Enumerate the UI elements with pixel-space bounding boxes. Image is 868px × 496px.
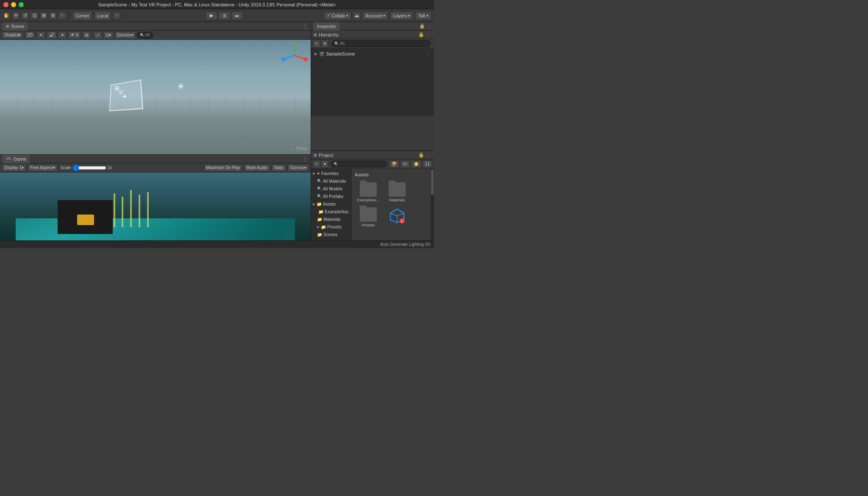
game-viewport[interactable]	[0, 173, 311, 248]
extra-tool[interactable]: ⋯	[113, 12, 120, 20]
light-toggle[interactable]: ☀	[36, 31, 45, 39]
example-assets-folder-icon	[360, 182, 377, 197]
maximize-on-play[interactable]: Maximize On Play	[203, 164, 243, 172]
camera-dropdown[interactable]: ⊡▾	[103, 31, 114, 39]
hierarchy-add-button[interactable]: +	[313, 40, 320, 47]
svg-point-13	[400, 218, 405, 223]
hierarchy-search-bar[interactable]: 🔍 All	[331, 40, 431, 47]
maximize-button[interactable]	[19, 2, 24, 7]
hierarchy-scene-menu[interactable]: ⋮	[426, 51, 431, 57]
inspector-menu-icon[interactable]: ⋮	[427, 23, 431, 29]
hand-tool[interactable]: ✋	[3, 12, 10, 20]
scene-3d-object: ⊞ ◎ ✚	[100, 76, 150, 114]
project-star-icon[interactable]: ⭐	[411, 160, 421, 168]
svg-line-3	[295, 56, 305, 59]
scene-viewport[interactable]: ⊞ ◎ ✚ ✳	[0, 40, 311, 154]
shaded-dropdown[interactable]: Shaded▾	[2, 31, 23, 39]
audio-toggle[interactable]: 🔊	[47, 31, 57, 39]
collab-check-icon: ✓	[327, 13, 331, 18]
display-dropdown[interactable]: Display 1▾	[2, 164, 26, 172]
inspector-content	[311, 115, 434, 150]
assets-group[interactable]: ▶ 📁 Assets	[311, 200, 351, 208]
hierarchy-lock-icon[interactable]: 🔒	[418, 32, 424, 37]
tall-button[interactable]: Tall	[415, 11, 431, 20]
project-panel: ⊞ Project 🔒 ⋮ + ▾ 🔍 📦 🏷 ⭐	[311, 150, 434, 248]
all-materials-item[interactable]: 🔍 All Materials	[311, 177, 351, 185]
play-button[interactable]: ▶	[206, 11, 217, 20]
scale-slider[interactable]	[72, 166, 106, 170]
inspector-tab[interactable]: Inspector	[314, 22, 339, 31]
hierarchy-menu-icon[interactable]: ⋮	[427, 32, 431, 37]
play-controls: ▶ ⏸ ⏭	[206, 11, 243, 20]
project-add-button[interactable]: +	[313, 160, 320, 168]
separator-1	[69, 11, 70, 20]
aspect-dropdown[interactable]: Free Aspect▾	[28, 164, 57, 172]
scene-tab[interactable]: ⊞ Scene	[3, 22, 28, 31]
traffic-lights	[3, 2, 24, 7]
project-search-bar[interactable]: 🔍	[331, 161, 387, 167]
scroll-thumb[interactable]	[431, 170, 434, 195]
scene-panel-menu[interactable]: ⋮	[302, 23, 308, 30]
minimize-button[interactable]	[11, 2, 16, 7]
favorites-group[interactable]: ▶ ★ Favorites	[311, 170, 351, 177]
gizmos-dropdown[interactable]: Gizmos▾	[114, 31, 136, 39]
stats-button[interactable]: Stats	[271, 164, 286, 172]
extra-toggle[interactable]: ⊞	[82, 31, 91, 39]
rect-tool[interactable]: ⊞	[40, 12, 47, 20]
game-tab[interactable]: 🎮 Game	[3, 155, 30, 163]
scale-tool[interactable]: ⊡	[31, 12, 38, 20]
materials-label: Materials	[389, 198, 405, 202]
layers-button[interactable]: Layers	[390, 11, 413, 20]
rotate-tool[interactable]: ↺	[21, 12, 29, 20]
project-scrollbar[interactable]	[431, 169, 434, 248]
game-bar-3	[130, 190, 132, 227]
2d-toggle[interactable]: 2D	[25, 31, 35, 39]
scene-gizmo[interactable]: y x z	[281, 42, 309, 70]
example-assets-item[interactable]: 📁 ExampleAss...	[311, 208, 351, 215]
project-add-dropdown[interactable]: ▾	[321, 160, 328, 168]
cloud-button[interactable]: ☁	[353, 12, 361, 20]
asset-scene-package[interactable]: !	[384, 206, 411, 229]
project-header-icons: 🔒 ⋮	[418, 152, 431, 158]
project-lock-icon[interactable]: 🔒	[418, 152, 424, 158]
pause-button[interactable]: ⏸	[218, 11, 230, 20]
scene-object-icon-2: ◎	[119, 89, 123, 95]
all-prefabs-item[interactable]: 🔍 All Prefabs	[311, 192, 351, 200]
mute-audio[interactable]: Mute Audio	[244, 164, 270, 172]
presets-item[interactable]: ▶ 📁 Presets	[311, 223, 351, 231]
all-models-item[interactable]: 🔍 All Models	[311, 185, 351, 192]
asset-presets[interactable]: Presets	[355, 206, 382, 229]
inspector-panel	[311, 115, 434, 150]
asset-example-assets[interactable]: ExampleAs...	[355, 181, 382, 204]
close-button[interactable]	[3, 2, 8, 7]
hierarchy-add-dropdown[interactable]: ▾	[321, 40, 328, 47]
gizmos-game-dropdown[interactable]: Gizmos▾	[287, 164, 309, 172]
collab-button[interactable]: ✓ Collab	[324, 11, 351, 20]
maximize-scene[interactable]: ⤢	[94, 31, 102, 39]
status-bar: Auto Generate Lighting On	[0, 240, 434, 248]
hierarchy-scene-item[interactable]: ▶ 🎬 SampleScene ⋮	[313, 50, 432, 58]
project-filter-icon[interactable]: 🏷	[401, 160, 410, 168]
move-tool[interactable]: ✛	[12, 12, 19, 20]
center-button[interactable]: Center	[72, 11, 92, 20]
project-menu-icon[interactable]: ⋮	[427, 152, 431, 158]
game-panel-menu[interactable]: ⋮	[302, 156, 308, 162]
fx-toggle[interactable]: ✦	[58, 31, 67, 39]
project-toolbar: + ▾ 🔍 📦 🏷 ⭐ 11	[311, 159, 434, 169]
custom-tool[interactable]: ⋯	[58, 12, 66, 20]
scenes-item[interactable]: 📁 Scenes	[311, 231, 351, 238]
example-assets-label: ExampleAs...	[357, 198, 379, 202]
lock-icon[interactable]: 🔒	[419, 23, 425, 29]
materials-item[interactable]: 📁 Materials	[311, 215, 351, 223]
hidden-toggle[interactable]: 👁 0	[68, 31, 81, 39]
account-button[interactable]: Account	[362, 11, 389, 20]
asset-materials[interactable]: Materials	[384, 181, 411, 204]
hierarchy-panel: ⊞ Hierarchy 🔒 ⋮ + ▾ 🔍 All	[311, 31, 434, 115]
transform-tool[interactable]: ⚙	[49, 12, 57, 20]
game-right-tools: Maximize On Play Mute Audio Stats Gizmos…	[203, 164, 309, 172]
perspective-label: ← Persp	[291, 146, 307, 151]
window-title: SampleScene - My Test VR Project - PC, M…	[98, 2, 336, 7]
local-button[interactable]: Local	[94, 11, 111, 20]
step-button[interactable]: ⏭	[231, 11, 243, 20]
project-packages-icon[interactable]: 📦	[389, 160, 399, 168]
